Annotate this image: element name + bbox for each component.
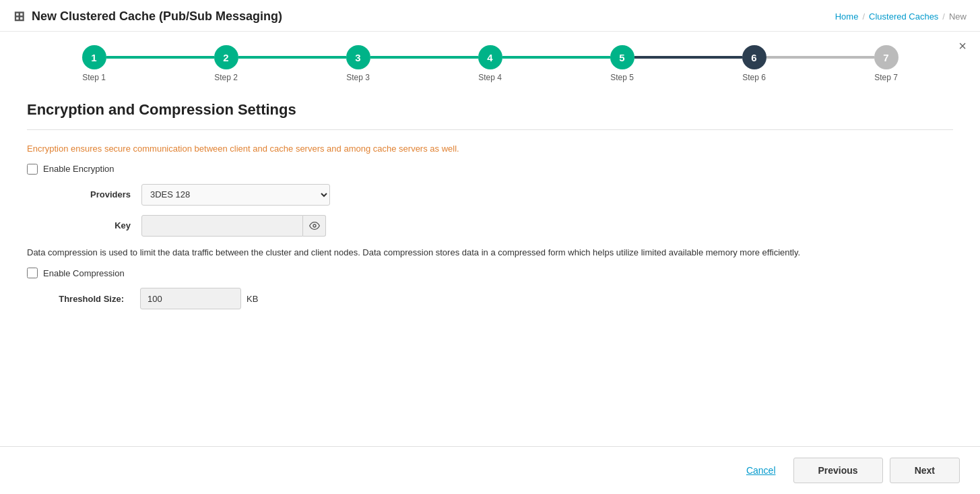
step-6-label: Step 6 [742, 73, 766, 82]
next-button[interactable]: Next [890, 458, 960, 483]
providers-group: Providers 3DES 128 AES 128 AES 256 [43, 184, 953, 206]
enable-compression-label[interactable]: Enable Compression [43, 268, 125, 278]
section-title: Encryption and Compression Settings [27, 101, 953, 119]
connector-3-4 [370, 56, 478, 59]
breadcrumb-clustered-caches[interactable]: Clustered Caches [869, 11, 938, 22]
step-3-label: Step 3 [346, 73, 370, 82]
step-4-label: Step 4 [478, 73, 502, 82]
step-5-circle: 5 [610, 45, 634, 69]
key-input-wrapper [141, 215, 326, 237]
stepper-area: × 1 Step 1 2 Step 2 3 Step 3 4 [0, 32, 980, 88]
app-icon: ⊞ [13, 8, 25, 24]
enable-encryption-row: Enable Encryption [27, 164, 953, 175]
cancel-button[interactable]: Cancel [736, 460, 787, 481]
threshold-label: Threshold Size: [43, 294, 124, 304]
previous-button[interactable]: Previous [793, 458, 883, 483]
step-6-circle: 6 [742, 45, 766, 69]
step-1-label: Step 1 [82, 73, 106, 82]
step-1-circle: 1 [82, 45, 106, 69]
enable-compression-row: Enable Compression [27, 268, 953, 278]
key-group: Key [43, 215, 953, 237]
stepper: 1 Step 1 2 Step 2 3 Step 3 4 Step 4 [27, 45, 953, 82]
step-6[interactable]: 6 Step 6 [742, 45, 766, 82]
key-label: Key [43, 220, 131, 230]
close-button[interactable]: × [958, 38, 967, 54]
threshold-unit: KB [247, 294, 258, 304]
svg-point-0 [313, 224, 316, 227]
breadcrumb-home[interactable]: Home [835, 11, 859, 22]
connector-1-2 [106, 56, 214, 59]
toggle-key-visibility-button[interactable] [303, 215, 326, 237]
step-3[interactable]: 3 Step 3 [346, 45, 370, 82]
page-wrapper: ⊞ New Clustered Cache (Pub/Sub Messaging… [0, 0, 980, 494]
step-4[interactable]: 4 Step 4 [478, 45, 502, 82]
encryption-info-text: Encryption ensures secure communication … [27, 142, 953, 156]
compression-info-text: Data compression is used to limit the da… [27, 246, 953, 260]
step-3-circle: 3 [346, 45, 370, 69]
page-title: ⊞ New Clustered Cache (Pub/Sub Messaging… [13, 8, 282, 24]
step-2[interactable]: 2 Step 2 [214, 45, 238, 82]
enable-encryption-checkbox[interactable] [27, 164, 38, 175]
breadcrumb: Home / Clustered Caches / New [835, 11, 967, 22]
step-5-label: Step 5 [610, 73, 634, 82]
step-7-circle: 7 [874, 45, 899, 69]
connector-2-3 [238, 56, 346, 59]
key-input[interactable] [141, 215, 303, 237]
step-4-circle: 4 [478, 45, 502, 69]
step-2-circle: 2 [214, 45, 238, 69]
providers-select[interactable]: 3DES 128 AES 128 AES 256 [141, 184, 330, 206]
footer: Cancel Previous Next [0, 446, 980, 494]
step-7[interactable]: 7 Step 7 [874, 45, 899, 82]
breadcrumb-sep-1: / [862, 11, 865, 22]
main-content: Encryption and Compression Settings Encr… [0, 88, 980, 446]
connector-4-5 [502, 56, 610, 59]
breadcrumb-new: New [949, 11, 967, 22]
connector-5-6 [634, 56, 742, 59]
step-5[interactable]: 5 Step 5 [610, 45, 634, 82]
step-7-label: Step 7 [874, 73, 898, 82]
breadcrumb-sep-2: / [942, 11, 945, 22]
providers-label: Providers [43, 189, 131, 199]
eye-icon [309, 220, 320, 231]
threshold-group: Threshold Size: KB [43, 288, 953, 309]
header: ⊞ New Clustered Cache (Pub/Sub Messaging… [0, 0, 980, 32]
enable-compression-checkbox[interactable] [27, 268, 38, 278]
title-text: New Clustered Cache (Pub/Sub Messaging) [32, 9, 282, 24]
connector-6-7 [766, 56, 874, 59]
section-divider [27, 129, 953, 130]
step-2-label: Step 2 [214, 73, 238, 82]
enable-encryption-label[interactable]: Enable Encryption [43, 164, 115, 174]
threshold-input[interactable] [140, 288, 241, 309]
step-1[interactable]: 1 Step 1 [82, 45, 106, 82]
